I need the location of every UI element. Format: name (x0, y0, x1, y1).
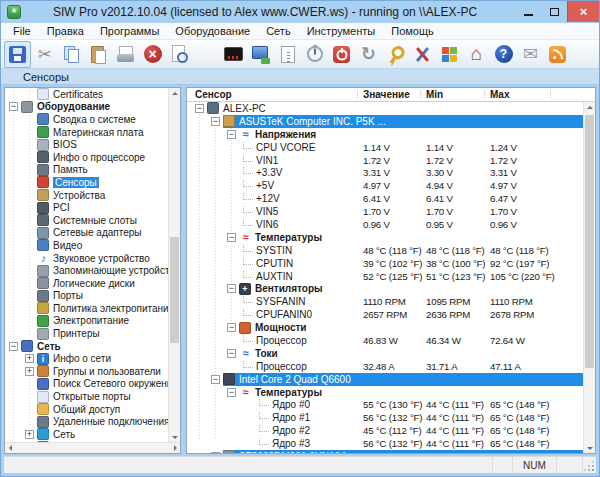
sidebar-item[interactable]: Системные слоты (5, 214, 168, 227)
sidebar-item[interactable]: Поиск Сетевого окружения (5, 378, 168, 391)
expander-icon[interactable]: + (25, 367, 34, 376)
sidebar-item[interactable]: Принтеры (5, 327, 168, 340)
sidebar-item[interactable]: +Сеть (5, 428, 168, 441)
toolbar-winupdate-button[interactable] (436, 41, 463, 68)
column-header-value[interactable]: Значение (363, 89, 410, 100)
sidebar-item[interactable]: Certificates (5, 88, 168, 101)
toolbar-monitor-button[interactable] (220, 41, 247, 68)
sensor-row[interactable]: −≈Токи (187, 347, 583, 360)
sensor-row[interactable]: VIN51.70 V1.70 V1.70 V (187, 205, 583, 218)
toolbar-preview-button[interactable] (166, 41, 193, 68)
menu-item[interactable]: Инструменты (299, 25, 384, 37)
toolbar-shutdown-button[interactable] (328, 41, 355, 68)
sidebar-item[interactable]: Инфо о процессоре (5, 151, 168, 164)
sensor-row[interactable]: Процессор32.48 A31.71 A47.11 A (187, 360, 583, 373)
toolbar-dashboard-button[interactable] (193, 41, 220, 68)
sensor-row[interactable]: CPUTIN39 °C (102 °F)38 °C (100 °F)92 °C … (187, 257, 583, 270)
sidebar-item[interactable]: Общий доступ (5, 403, 168, 416)
sidebar-item[interactable]: PCI (5, 201, 168, 214)
sensor-row[interactable]: +5V4.97 V4.94 V4.97 V (187, 179, 583, 192)
sidebar-item[interactable]: −Сеть (5, 340, 168, 353)
toolbar-home-button[interactable] (463, 41, 490, 68)
sidebar-item[interactable]: Порты (5, 290, 168, 303)
toolbar-mail-button[interactable] (517, 41, 544, 68)
sensor-row[interactable]: Ядро #055 °C (130 °F)44 °C (111 °F)65 °C… (187, 398, 583, 411)
sensor-row[interactable]: CPUFANIN02657 RPM2636 RPM2678 RPM (187, 308, 583, 321)
close-button[interactable]: × (567, 1, 599, 22)
expander-icon[interactable]: − (9, 342, 18, 351)
scroll-right-icon[interactable] (169, 443, 180, 453)
expander-icon[interactable]: − (211, 117, 220, 126)
column-header-sensor[interactable]: Сенсор (195, 89, 232, 100)
app-icon[interactable] (7, 5, 21, 19)
resize-grip[interactable] (582, 457, 596, 473)
sensor-row[interactable]: −ALEX-PC (187, 102, 583, 115)
sidebar-item[interactable]: Открытые порты (5, 390, 168, 403)
tree-scrollbar[interactable] (168, 88, 180, 442)
expander-icon[interactable]: − (227, 323, 236, 332)
sensor-row[interactable]: −+Вентиляторы (187, 282, 583, 295)
sidebar-item[interactable]: Логические диски (5, 277, 168, 290)
scroll-up-icon[interactable] (584, 102, 595, 113)
sensor-row[interactable]: −≈Напряжения (187, 128, 583, 141)
scroll-left-icon[interactable] (5, 443, 16, 453)
expander-icon[interactable]: − (227, 349, 236, 358)
expander-icon[interactable]: − (211, 375, 220, 384)
sensor-row[interactable]: −Мощности (187, 321, 583, 334)
expander-icon[interactable]: − (9, 102, 18, 111)
toolbar-paste-button[interactable] (85, 41, 112, 68)
expander-icon[interactable]: + (25, 430, 34, 439)
tree-hscrollbar[interactable] (5, 442, 180, 453)
menu-item[interactable]: Помощь (383, 25, 442, 37)
expander-icon[interactable]: − (211, 452, 220, 453)
toolbar-print-button[interactable] (112, 41, 139, 68)
sensor-row[interactable]: −≈Температуры (187, 231, 583, 244)
sensor-row[interactable]: CPU VCORE1.14 V1.14 V1.24 V (187, 141, 583, 154)
expander-icon[interactable]: + (25, 354, 34, 363)
sidebar-item[interactable]: ♪Звуковое устройство (5, 252, 168, 265)
toolbar-help-button[interactable] (490, 41, 517, 68)
toolbar-save-button[interactable] (4, 41, 31, 68)
toolbar-remote-button[interactable] (247, 41, 274, 68)
sensor-row[interactable]: VIN60.96 V0.95 V0.96 V (187, 218, 583, 231)
sensor-row[interactable]: −≈Температуры (187, 386, 583, 399)
expander-icon[interactable]: − (227, 284, 236, 293)
column-header-max[interactable]: Max (490, 89, 509, 100)
menu-item[interactable]: Программы (92, 25, 167, 37)
toolbar-rss-button[interactable] (544, 41, 571, 68)
toolbar-key-button[interactable] (382, 41, 409, 68)
menu-item[interactable]: Оборудование (167, 25, 258, 37)
sensor-row[interactable]: −ASUSTeK Computer INC. P5K ... (187, 115, 583, 128)
sensor-row[interactable]: −ST2000DM001-9YN164 (187, 450, 583, 453)
sidebar-item[interactable]: Сводка о системе (5, 113, 168, 126)
sensor-row[interactable]: VIN11.72 V1.72 V1.72 V (187, 154, 583, 167)
expander-icon[interactable]: − (227, 388, 236, 397)
sidebar-item[interactable]: Политика электропитания (5, 302, 168, 315)
table-scroll-thumb[interactable] (585, 115, 594, 368)
toolbar-copy-button[interactable] (58, 41, 85, 68)
expander-icon[interactable]: − (227, 233, 236, 242)
sidebar-item[interactable]: −Оборудование (5, 101, 168, 114)
sensor-row[interactable]: Процессор46.83 W46.34 W72.64 W (187, 334, 583, 347)
table-scrollbar[interactable] (583, 102, 595, 453)
sidebar-item[interactable]: Электропитание (5, 315, 168, 328)
sensor-row[interactable]: Ядро #245 °C (112 °F)44 °C (111 °F)65 °C… (187, 424, 583, 437)
scroll-up-icon[interactable] (169, 88, 180, 99)
sensor-row[interactable]: −Intel Core 2 Quad Q6600 (187, 373, 583, 386)
toolbar-timer-button[interactable] (301, 41, 328, 68)
toolbar-refresh-button[interactable] (355, 41, 382, 68)
scroll-down-icon[interactable] (169, 431, 180, 442)
toolbar-tools-button[interactable] (409, 41, 436, 68)
sensor-row[interactable]: +12V6.41 V6.41 V6.47 V (187, 192, 583, 205)
sidebar-item[interactable]: +Группы и пользователи (5, 365, 168, 378)
maximize-button[interactable] (541, 1, 567, 22)
column-header-min[interactable]: Min (426, 89, 443, 100)
expander-icon[interactable]: − (227, 130, 236, 139)
sidebar-item[interactable]: +iИнфо о сети (5, 352, 168, 365)
toolbar-delete-button[interactable] (139, 41, 166, 68)
sidebar-item[interactable]: Сенсоры (5, 176, 168, 189)
sidebar-item[interactable]: Память (5, 164, 168, 177)
sensor-row[interactable]: SYSFANIN1110 RPM1095 RPM1110 RPM (187, 295, 583, 308)
toolbar-report-button[interactable] (274, 41, 301, 68)
sidebar-item[interactable]: Материнская плата (5, 126, 168, 139)
